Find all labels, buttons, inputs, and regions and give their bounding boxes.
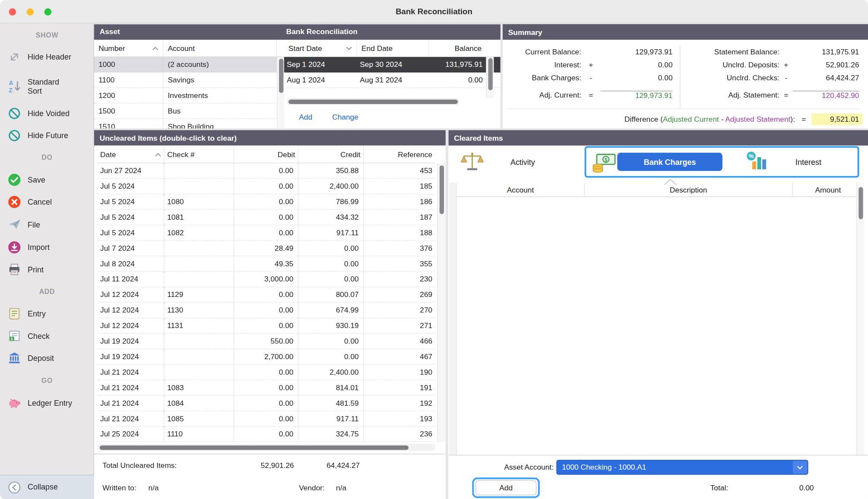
summary-row: Unclrd. Checks: - 64,424.27: [685, 71, 859, 84]
uncleared-row[interactable]: Jul 7 2024 28.49 0.00 376: [98, 241, 435, 256]
sidebar-item-deposit[interactable]: Deposit: [0, 347, 94, 369]
uncleared-row[interactable]: Jul 8 2024 49.35 0.00 355: [98, 256, 435, 272]
summary-value: 131,975.91: [793, 48, 859, 56]
asset-account-dropdown[interactable]: 1000 Checking - 1000.A1: [556, 460, 808, 475]
cell-reference: 466: [364, 334, 435, 349]
summary-value: 0.00: [601, 74, 673, 82]
sidebar-item-label: File: [28, 220, 40, 229]
cleared-column-description[interactable]: Description: [585, 183, 793, 197]
cleared-column-amount[interactable]: Amount: [793, 183, 856, 197]
uncleared-row[interactable]: Jul 5 2024 1080 0.00 786.99 186: [98, 194, 435, 210]
scrollbar-thumb[interactable]: [439, 165, 444, 214]
cell-reference: 269: [364, 287, 435, 303]
uncleared-column-date[interactable]: Date: [98, 145, 165, 163]
sidebar-item-label: Hide Header: [28, 53, 71, 62]
cell-check-number: 1129: [165, 287, 234, 303]
sidebar-item-entry[interactable]: Entry: [0, 303, 94, 325]
uncleared-column-debit[interactable]: Debit: [234, 145, 298, 163]
cleared-left-scrollbar-track[interactable]: [450, 183, 457, 455]
scrollbar-thumb[interactable]: [488, 58, 492, 90]
sidebar-item-print[interactable]: Print: [0, 259, 94, 281]
cell-check-number: [165, 272, 234, 287]
uncleared-row[interactable]: Jul 11 2024 3,000.00 0.00 230: [98, 272, 435, 287]
scrollbar-thumb[interactable]: [279, 59, 283, 93]
asset-row[interactable]: 1100 Savings: [94, 73, 277, 88]
cell-reference: 467: [364, 349, 435, 365]
sort-ascending-icon: [155, 152, 161, 156]
cell-debit: 0.00: [234, 411, 298, 426]
sidebar-item-check[interactable]: $ Check: [0, 325, 94, 347]
uncleared-row[interactable]: Jul 19 2024 550.00 0.00 466: [98, 334, 435, 349]
sidebar-item-import[interactable]: Import: [0, 236, 94, 258]
reconciliation-add-link[interactable]: Add: [299, 113, 312, 121]
sidebar-item-cancel[interactable]: Cancel: [0, 191, 94, 213]
uncleared-horizontal-scrollbar[interactable]: [98, 444, 435, 451]
asset-column-number[interactable]: Number: [94, 40, 163, 57]
dropdown-chevron-icon: [793, 461, 807, 474]
cell-credit: 814.01: [298, 380, 364, 396]
cell-debit: 0.00: [234, 365, 298, 380]
uncleared-vertical-scrollbar[interactable]: [437, 163, 445, 442]
summary-difference-row: Difference (Adjusted Current - Adjusted …: [503, 112, 862, 126]
asset-column-account[interactable]: Account: [163, 40, 277, 57]
collapse-circle-icon: [7, 480, 22, 494]
uncleared-row[interactable]: Jul 19 2024 2,700.00 0.00 467: [98, 349, 435, 365]
reconciliation-row-end: Aug 31 2024: [357, 73, 429, 88]
sidebar-item-label: Deposit: [28, 354, 54, 363]
uncleared-row[interactable]: Jun 27 2024 0.00 350.88 453: [98, 163, 435, 179]
summary-label: Adj. Current:: [503, 91, 581, 99]
asset-row[interactable]: 1200 Investments: [94, 88, 277, 104]
sidebar-item-save[interactable]: Save: [0, 169, 94, 191]
tab-bank-charges[interactable]: Bank Charges: [617, 153, 722, 171]
uncleared-row[interactable]: Jul 21 2024 1083 0.00 814.01 191: [98, 380, 435, 396]
sidebar-item-hide-future[interactable]: Hide Future: [0, 124, 94, 146]
uncleared-row[interactable]: Jul 25 2024 1110 0.00 324.75 236: [98, 426, 435, 442]
difference-equals: =: [801, 115, 806, 123]
tab-interest[interactable]: % Interest: [744, 147, 821, 178]
cleared-vertical-scrollbar[interactable]: [856, 183, 864, 455]
uncleared-column-check[interactable]: Check #: [165, 145, 234, 163]
scrollbar-thumb[interactable]: [288, 99, 458, 104]
asset-row-number: 1100: [94, 73, 163, 88]
collapse-button[interactable]: Collapse: [0, 475, 94, 499]
uncleared-row[interactable]: Jul 21 2024 0.00 2,400.00 190: [98, 365, 435, 380]
uncleared-column-credit[interactable]: Credit: [298, 145, 364, 163]
cleared-add-button[interactable]: Add: [475, 480, 536, 496]
reconciliation-row[interactable]: Sep 1 2024 Sep 30 2024 131,975.91: [284, 57, 501, 73]
reconciliation-vertical-scrollbar[interactable]: [486, 57, 494, 98]
cleared-column-account[interactable]: Account: [457, 183, 585, 197]
reconciliation-column-end-date[interactable]: End Date: [357, 40, 429, 57]
asset-row[interactable]: 1500 Bus: [94, 104, 277, 119]
asset-row[interactable]: 1510 Shop Building: [94, 119, 277, 129]
reconciliation-row[interactable]: Aug 1 2024 Aug 31 2024 0.00: [284, 73, 501, 88]
sidebar-item-file[interactable]: File: [0, 214, 94, 236]
sidebar-item-standard-sort[interactable]: AZ Standard Sort: [0, 74, 94, 98]
reconciliation-column-start-date[interactable]: Start Date: [284, 40, 357, 57]
asset-vertical-scrollbar[interactable]: [277, 57, 284, 128]
uncleared-row[interactable]: Jul 21 2024 1084 0.00 481.59 192: [98, 396, 435, 411]
uncleared-row[interactable]: Jul 12 2024 1130 0.00 674.99 270: [98, 303, 435, 318]
uncleared-row[interactable]: Jul 5 2024 1081 0.00 434.32 187: [98, 210, 435, 225]
reconciliation-column-balance[interactable]: Balance: [429, 40, 486, 57]
uncleared-column-reference[interactable]: Reference: [364, 145, 435, 163]
uncleared-row[interactable]: Jul 12 2024 1131 0.00 930.19 271: [98, 318, 435, 334]
tab-activity[interactable]: Activity: [459, 147, 535, 178]
uncleared-row[interactable]: Jul 12 2024 1129 0.00 800.07 269: [98, 287, 435, 303]
scrollbar-thumb[interactable]: [100, 445, 409, 449]
sidebar-item-hide-header[interactable]: Hide Header: [0, 46, 94, 68]
reconciliation-change-link[interactable]: Change: [332, 113, 358, 121]
asset-row[interactable]: 1000 (2 accounts): [94, 57, 277, 73]
cell-check-number: 1080: [165, 194, 234, 210]
sidebar-item-ledger-entry[interactable]: Ledger Entry: [0, 392, 94, 414]
cell-check-number: 1084: [165, 396, 234, 411]
uncleared-row[interactable]: Jul 5 2024 0.00 2,400.00 185: [98, 179, 435, 194]
cell-check-number: [165, 349, 234, 365]
scrollbar-thumb[interactable]: [858, 187, 863, 219]
sidebar-item-hide-voided[interactable]: Hide Voided: [0, 102, 94, 124]
sidebar-section-do: DO: [0, 152, 94, 164]
uncleared-row[interactable]: Jul 21 2024 1085 0.00 917.11 193: [98, 411, 435, 426]
window-title: Bank Reconciliation: [0, 0, 868, 23]
uncleared-row[interactable]: Jul 5 2024 1082 0.00 917.11 188: [98, 225, 435, 241]
cell-date: Jun 27 2024: [98, 163, 165, 179]
reconciliation-horizontal-scrollbar[interactable]: [287, 98, 459, 105]
